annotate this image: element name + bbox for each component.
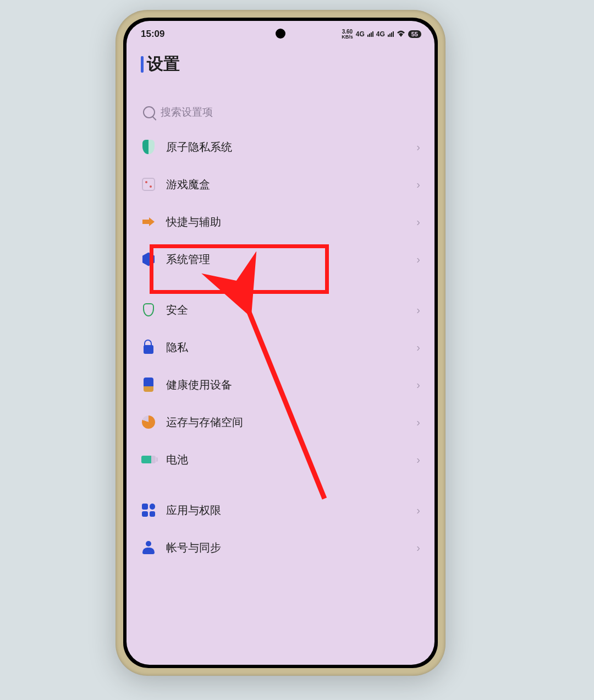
page-title: 设置	[147, 53, 180, 75]
chevron-right-icon: ›	[416, 341, 420, 354]
chevron-right-icon: ›	[416, 542, 420, 554]
chevron-right-icon: ›	[416, 379, 420, 391]
item-label: 运存与存储空间	[166, 415, 416, 430]
chevron-right-icon: ›	[416, 141, 420, 154]
battery-icon	[141, 452, 156, 467]
settings-item-game-box[interactable]: 游戏魔盒 ›	[127, 166, 435, 203]
hexagon-icon	[141, 251, 156, 267]
settings-item-shortcut-accessibility[interactable]: 快捷与辅助 ›	[127, 203, 435, 240]
search-icon	[143, 106, 155, 118]
chevron-right-icon: ›	[416, 504, 420, 517]
settings-item-system-management[interactable]: 系统管理 ›	[127, 240, 435, 278]
search-input[interactable]: 搜索设置项	[139, 102, 422, 123]
signal-bars-icon-2	[388, 31, 394, 37]
camera-punch-hole	[276, 29, 285, 39]
settings-item-battery[interactable]: 电池 ›	[127, 441, 435, 478]
chevron-right-icon: ›	[416, 216, 420, 228]
network-type-2: 4G	[376, 30, 385, 38]
settings-item-privacy[interactable]: 隐私 ›	[127, 329, 435, 366]
settings-item-apps-permissions[interactable]: 应用与权限 ›	[127, 491, 435, 529]
wifi-icon	[397, 30, 405, 39]
settings-item-atomic-privacy[interactable]: 原子隐私系统 ›	[127, 128, 435, 166]
network-type-1: 4G	[356, 30, 365, 38]
network-speed-indicator: 3.60 KB/s	[342, 29, 353, 40]
status-indicators: 3.60 KB/s 4G 4G 55	[342, 29, 421, 40]
chevron-right-icon: ›	[416, 253, 420, 266]
item-label: 隐私	[166, 340, 416, 355]
status-time: 15:09	[141, 29, 164, 40]
device-icon	[141, 377, 156, 392]
signal-bars-icon	[367, 31, 373, 37]
lock-icon	[141, 340, 156, 355]
arrow-right-icon	[141, 214, 156, 229]
chevron-right-icon: ›	[416, 416, 420, 429]
item-label: 游戏魔盒	[166, 177, 416, 192]
item-label: 健康使用设备	[166, 378, 416, 392]
item-label: 系统管理	[166, 252, 416, 267]
phone-screen: 15:09 3.60 KB/s 4G 4G	[127, 21, 435, 665]
battery-indicator: 55	[408, 30, 421, 38]
settings-item-ram-storage[interactable]: 运存与存储空间 ›	[127, 403, 435, 441]
item-label: 安全	[166, 303, 416, 318]
shield-outline-icon	[141, 302, 156, 318]
search-placeholder: 搜索设置项	[161, 105, 213, 119]
settings-item-digital-wellbeing[interactable]: 健康使用设备 ›	[127, 366, 435, 403]
phone-frame: 15:09 3.60 KB/s 4G 4G	[116, 10, 446, 676]
item-label: 电池	[166, 452, 416, 467]
dice-icon	[141, 177, 156, 192]
settings-item-account-sync[interactable]: 帐号与同步 ›	[127, 529, 435, 566]
shield-half-icon	[141, 139, 156, 155]
title-accent-bar	[141, 56, 144, 73]
chevron-right-icon: ›	[416, 178, 420, 191]
item-label: 应用与权限	[166, 503, 416, 518]
item-label: 原子隐私系统	[166, 140, 416, 155]
item-label: 快捷与辅助	[166, 215, 416, 229]
chevron-right-icon: ›	[416, 304, 420, 316]
apps-grid-icon	[141, 502, 156, 518]
page-header: 设置	[127, 43, 435, 80]
person-icon	[141, 540, 156, 555]
chevron-right-icon: ›	[416, 453, 420, 466]
settings-item-security[interactable]: 安全 ›	[127, 291, 435, 329]
pie-chart-icon	[141, 414, 156, 430]
item-label: 帐号与同步	[166, 540, 416, 555]
phone-bezel: 15:09 3.60 KB/s 4G 4G	[123, 18, 438, 668]
